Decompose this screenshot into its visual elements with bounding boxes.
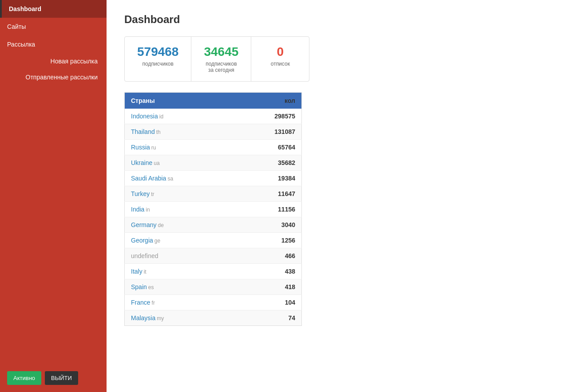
country-link[interactable]: Georgia (131, 237, 153, 244)
country-count: 65764 (235, 140, 302, 155)
country-code: ge (154, 238, 160, 244)
country-code: ua (154, 160, 159, 166)
page-title: Dashboard (124, 13, 556, 26)
country-code: ru (151, 145, 156, 151)
country-count: 418 (235, 279, 302, 295)
table-row: Malaysiamy74 (125, 310, 302, 326)
country-count: 19384 (235, 171, 302, 186)
status-button[interactable]: Активно (7, 371, 41, 385)
sidebar-item-mailing[interactable]: Рассылка (0, 35, 107, 53)
country-code: th (156, 129, 161, 135)
country-count: 3040 (235, 217, 302, 233)
table-row: Ukraineua35682 (125, 155, 302, 171)
stats-row: 579468 подписчиков 34645 подписчиковза с… (124, 36, 309, 82)
country-name: undefined (131, 252, 158, 259)
table-row: Spaines418 (125, 279, 302, 295)
country-count: 74 (235, 310, 302, 326)
stat-label-total: подписчиков (137, 61, 178, 67)
sidebar-item-new-mailing[interactable]: Новая рассылка (0, 53, 107, 69)
country-code: tr (151, 191, 154, 197)
table-row: Italyit438 (125, 264, 302, 279)
country-code: de (158, 222, 164, 228)
country-count: 438 (235, 264, 302, 279)
country-count: 104 (235, 295, 302, 310)
table-row: Indonesiaid298575 (125, 109, 302, 124)
stat-label-unsubscribes: отписок (264, 61, 297, 67)
country-link[interactable]: Italy (131, 268, 143, 275)
country-count: 1256 (235, 233, 302, 248)
country-link[interactable]: Spain (131, 283, 147, 290)
country-link[interactable]: Indonesia (131, 113, 158, 120)
stat-today-subscribers: 34645 подписчиковза сегодня (191, 37, 251, 81)
country-code: sa (167, 176, 173, 182)
country-count: 11156 (235, 202, 302, 217)
main-content: Dashboard 579468 подписчиков 34645 подпи… (107, 0, 574, 392)
country-link[interactable]: Germany (131, 221, 157, 228)
country-count: 131087 (235, 124, 302, 140)
table-row: Indiain11156 (125, 202, 302, 217)
col-header-country: Страны (125, 93, 235, 109)
country-link[interactable]: Saudi Arabia (131, 175, 166, 182)
country-link[interactable]: Ukraine (131, 159, 152, 166)
table-row: undefined466 (125, 248, 302, 264)
table-row: Saudi Arabiasa19384 (125, 171, 302, 186)
logout-button[interactable]: ВЫЙТИ (45, 371, 78, 385)
country-code: id (159, 114, 163, 120)
country-link[interactable]: Turkey (131, 190, 150, 197)
country-code: fr (152, 300, 155, 306)
sidebar-item-sites[interactable]: Сайты (0, 18, 107, 35)
stat-number-today: 34645 (204, 45, 238, 59)
col-header-count: кол (235, 93, 302, 109)
country-count: 11647 (235, 186, 302, 202)
sidebar-footer: Активно ВЫЙТИ (0, 364, 107, 392)
stat-total-subscribers: 579468 подписчиков (125, 37, 191, 81)
country-link[interactable]: France (131, 299, 150, 306)
country-link[interactable]: Malaysia (131, 314, 155, 321)
stat-number-total: 579468 (137, 45, 178, 59)
table-row: Georgiage1256 (125, 233, 302, 248)
country-count: 35682 (235, 155, 302, 171)
stat-unsubscribes: 0 отписок (251, 37, 309, 81)
sidebar-item-dashboard[interactable]: Dashboard (0, 0, 107, 18)
country-link[interactable]: India (131, 206, 144, 213)
table-row: Russiaru65764 (125, 140, 302, 155)
table-row: Thailandth131087 (125, 124, 302, 140)
table-header-row: Страны кол (125, 93, 302, 109)
sidebar-item-sent-mailings[interactable]: Отправленные рассылки (0, 69, 107, 85)
stat-label-today: подписчиковза сегодня (204, 61, 238, 73)
country-code: my (157, 315, 164, 321)
table-row: Francefr104 (125, 295, 302, 310)
country-count: 466 (235, 248, 302, 264)
sidebar: Dashboard Сайты Рассылка Новая рассылка … (0, 0, 107, 392)
country-code: in (146, 207, 150, 213)
stat-number-unsubscribes: 0 (264, 45, 297, 59)
country-link[interactable]: Thailand (131, 128, 155, 135)
country-code: es (148, 284, 154, 290)
country-count: 298575 (235, 109, 302, 124)
country-code: it (144, 269, 146, 275)
countries-table: Страны кол Indonesiaid298575Thailandth13… (124, 92, 302, 326)
table-row: Turkeytr11647 (125, 186, 302, 202)
country-link[interactable]: Russia (131, 144, 150, 151)
table-row: Germanyde3040 (125, 217, 302, 233)
